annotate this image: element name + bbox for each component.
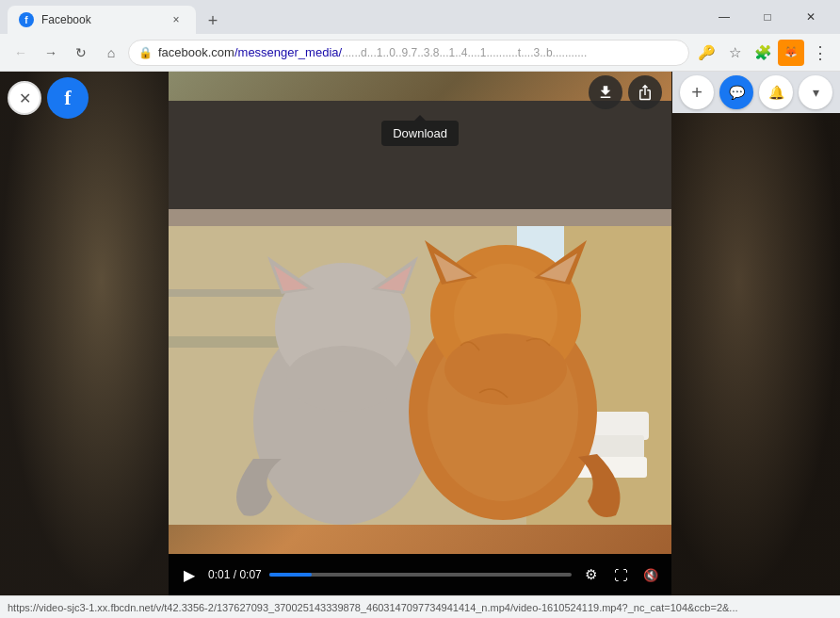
status-bar: https://video-sjc3-1.xx.fbcdn.net/v/t42.… xyxy=(0,595,840,618)
tab-favicon: f xyxy=(19,12,34,27)
toolbar-actions: 🔑 ☆ 🧩 🦊 ⋮ xyxy=(693,40,832,66)
address-bar[interactable]: 🔒 facebook.com/messenger_media/......d..… xyxy=(128,40,689,66)
facebook-logo: f xyxy=(47,77,89,119)
status-url: https://video-sjc3-1.xx.fbcdn.net/v/t42.… xyxy=(8,602,738,613)
key-button[interactable]: 🔑 xyxy=(693,40,719,66)
forward-button[interactable]: → xyxy=(38,40,64,66)
svg-rect-1 xyxy=(169,101,671,214)
svg-point-13 xyxy=(286,346,399,412)
chrome-chevron-button[interactable]: ▾ xyxy=(799,75,832,109)
active-tab[interactable]: f Facebook × xyxy=(8,6,196,34)
fb-extension-button[interactable]: 🦊 xyxy=(778,40,804,66)
tabs-area: f Facebook × + xyxy=(8,0,703,34)
lock-icon: 🔒 xyxy=(138,46,153,59)
video-top-bar xyxy=(169,72,671,113)
home-button[interactable]: ⌂ xyxy=(98,40,124,66)
back-button[interactable]: ← xyxy=(8,40,34,66)
video-container: Download xyxy=(169,72,671,595)
left-blur-panel xyxy=(0,72,169,595)
chrome-float-nav: + 💬 🔔 ▾ xyxy=(672,72,840,113)
chrome-bell-button[interactable]: 🔔 xyxy=(759,75,793,109)
refresh-button[interactable]: ↻ xyxy=(68,40,94,66)
tab-close-button[interactable]: × xyxy=(168,11,185,28)
close-overlay-area: ✕ f xyxy=(0,72,94,124)
minimize-button[interactable]: — xyxy=(703,0,746,34)
video-controls: ▶ 0:01 / 0:07 ⚙ ⛶ 🔇 xyxy=(169,554,671,595)
progress-fill xyxy=(269,573,312,577)
fullscreen-button[interactable]: ⛶ xyxy=(609,563,632,586)
share-button[interactable] xyxy=(628,75,662,109)
time-display: 0:01 / 0:07 xyxy=(208,568,262,581)
video-image xyxy=(169,72,671,554)
window-controls: — □ ✕ xyxy=(703,0,832,34)
url-display: facebook.com/messenger_media/......d...1… xyxy=(158,45,679,59)
cats-svg xyxy=(169,101,671,525)
volume-button[interactable]: 🔇 xyxy=(639,563,662,586)
url-rest: ......d...1..0..9.7..3.8...1..4....1....… xyxy=(342,46,587,59)
menu-button[interactable]: ⋮ xyxy=(806,40,832,66)
content-area: Download xyxy=(0,72,840,595)
url-base: facebook.com xyxy=(158,45,234,59)
chrome-add-button[interactable]: + xyxy=(680,75,714,109)
maximize-button[interactable]: □ xyxy=(746,0,789,34)
bookmark-button[interactable]: ☆ xyxy=(721,40,748,66)
extensions-button[interactable]: 🧩 xyxy=(750,40,776,66)
download-button[interactable] xyxy=(589,75,622,109)
chrome-messenger-button[interactable]: 💬 xyxy=(719,75,753,109)
video-close-button[interactable]: ✕ xyxy=(8,81,41,115)
toolbar: ← → ↻ ⌂ 🔒 facebook.com/messenger_media/.… xyxy=(0,34,840,72)
play-button[interactable]: ▶ xyxy=(178,563,201,586)
close-button[interactable]: ✕ xyxy=(789,0,832,34)
new-tab-button[interactable]: + xyxy=(200,8,226,34)
titlebar: f Facebook × + — □ ✕ xyxy=(0,0,840,34)
right-blur-panel xyxy=(671,72,840,595)
tab-title: Facebook xyxy=(41,13,160,26)
url-path: /messenger_media/ xyxy=(234,45,342,59)
progress-bar[interactable] xyxy=(269,573,572,577)
svg-rect-2 xyxy=(169,209,671,226)
settings-button[interactable]: ⚙ xyxy=(579,563,602,586)
